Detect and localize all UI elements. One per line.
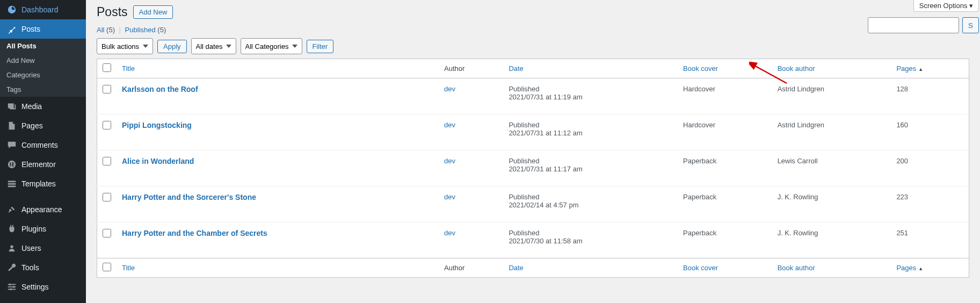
sidebar-item-elementor[interactable]: Elementor [0, 155, 86, 174]
pages-icon [6, 120, 17, 131]
colf-title[interactable]: Title [117, 258, 439, 278]
sidebar-label-posts: Posts [21, 25, 40, 33]
svg-point-10 [13, 286, 15, 288]
colf-book-cover[interactable]: Book cover [678, 258, 772, 278]
filter-count-published: (5) [157, 26, 166, 34]
cell-book-author: Lewis Carroll [772, 150, 891, 186]
submenu-item-tags[interactable]: Tags [0, 82, 86, 97]
cell-date: Published2021/07/31 at 11:19 am [503, 78, 678, 114]
colf-book-author[interactable]: Book author [772, 258, 891, 278]
sidebar-item-settings[interactable]: Settings [0, 277, 86, 297]
screen-options-button[interactable]: Screen Options ▾ [913, 0, 979, 12]
sidebar-item-users[interactable]: Users [0, 239, 86, 258]
search-button[interactable]: S [962, 17, 979, 33]
cell-date: Published2021/02/14 at 4:57 pm [503, 186, 678, 222]
filter-count-all: (5) [106, 26, 115, 34]
col-title[interactable]: Title [117, 59, 439, 78]
sidebar-item-tools[interactable]: Tools [0, 258, 86, 277]
users-icon [6, 243, 17, 254]
row-checkbox[interactable] [103, 193, 111, 201]
post-title-link[interactable]: Harry Potter and the Chamber of Secrets [122, 229, 267, 237]
submenu-item-categories[interactable]: Categories [0, 68, 86, 82]
submenu-item-add-new[interactable]: Add New [0, 53, 86, 68]
svg-rect-2 [12, 162, 14, 163]
post-title-link[interactable]: Alice in Wonderland [122, 157, 194, 165]
submenu-item-all-posts[interactable]: All Posts [0, 39, 86, 53]
status-filters: All (5) | Published (5) [97, 26, 969, 34]
author-link[interactable]: dev [444, 157, 455, 165]
row-checkbox[interactable] [103, 85, 111, 93]
cell-date: Published2021/07/31 at 11:17 am [503, 150, 678, 186]
add-new-button[interactable]: Add New [133, 5, 173, 19]
cell-book-cover: Paperback [678, 150, 772, 186]
cell-book-cover: Hardcover [678, 78, 772, 114]
cell-book-author: J. K. Rowling [772, 222, 891, 258]
sidebar-label-tools: Tools [21, 263, 39, 272]
plugins-icon [6, 223, 17, 234]
colf-pages[interactable]: Pages▲ [891, 258, 969, 278]
row-checkbox[interactable] [103, 229, 111, 237]
sidebar-item-dashboard[interactable]: Dashboard [0, 0, 86, 19]
sidebar-label-users: Users [21, 244, 41, 252]
appearance-icon [6, 204, 17, 215]
table-row: Alice in WonderlanddevPublished2021/07/3… [97, 150, 969, 186]
bulk-actions-select[interactable]: Bulk actions [97, 38, 153, 54]
filter-link-all[interactable]: All [97, 26, 104, 34]
sidebar-item-plugins[interactable]: Plugins [0, 219, 86, 239]
sidebar-item-posts[interactable]: Posts [0, 19, 86, 39]
cell-pages: 160 [891, 114, 969, 150]
post-title-link[interactable]: Karlsson on the Roof [122, 85, 198, 93]
sort-asc-icon: ▲ [918, 67, 923, 72]
cell-book-author: Astrid Lindgren [772, 78, 891, 114]
author-link[interactable]: dev [444, 229, 455, 237]
cell-pages: 200 [891, 150, 969, 186]
row-checkbox[interactable] [103, 121, 111, 129]
row-checkbox[interactable] [103, 157, 111, 165]
col-pages[interactable]: Pages▲ [891, 59, 969, 78]
post-title-link[interactable]: Harry Potter and the Sorcerer's Stone [122, 193, 256, 201]
col-book-author[interactable]: Book author [772, 59, 891, 78]
select-all-checkbox[interactable] [103, 63, 111, 72]
sidebar-item-pages[interactable]: Pages [0, 116, 86, 135]
table-row: Harry Potter and the Chamber of Secretsd… [97, 222, 969, 258]
sidebar-item-comments[interactable]: Comments [0, 135, 86, 155]
elementor-icon [6, 159, 17, 170]
select-all-checkbox-foot[interactable] [103, 263, 111, 271]
admin-sidebar: Dashboard Posts All Posts Add New Catego… [0, 0, 86, 303]
svg-rect-3 [12, 164, 14, 165]
author-link[interactable]: dev [444, 193, 455, 201]
table-row: Harry Potter and the Sorcerer's Stonedev… [97, 186, 969, 222]
categories-select[interactable]: All Categories [241, 38, 302, 54]
svg-point-5 [10, 246, 13, 248]
post-title-link[interactable]: Pippi Longstocking [122, 121, 192, 129]
sidebar-label-dashboard: Dashboard [21, 5, 59, 14]
settings-icon [6, 282, 17, 292]
col-book-cover[interactable]: Book cover [678, 59, 772, 78]
colf-date[interactable]: Date [503, 258, 678, 278]
sidebar-label-settings: Settings [21, 283, 49, 291]
colf-author: Author [439, 258, 503, 278]
tablenav-top: Bulk actions Apply All dates All Categor… [97, 38, 969, 54]
sidebar-label-media: Media [21, 102, 42, 111]
sidebar-item-templates[interactable]: Templates [0, 174, 86, 193]
search-input[interactable] [868, 17, 959, 33]
sidebar-item-media[interactable]: Media [0, 97, 86, 116]
cell-book-author: J. K. Rowling [772, 186, 891, 222]
col-date[interactable]: Date [503, 59, 678, 78]
dashboard-icon [6, 4, 17, 15]
cell-pages: 128 [891, 78, 969, 114]
sidebar-label-comments: Comments [21, 141, 58, 149]
sidebar-label-elementor: Elementor [21, 160, 56, 169]
cell-date: Published2021/07/31 at 11:12 am [503, 114, 678, 150]
sidebar-item-appearance[interactable]: Appearance [0, 200, 86, 219]
author-link[interactable]: dev [444, 121, 455, 129]
dates-select[interactable]: All dates [191, 38, 236, 54]
svg-rect-4 [12, 165, 14, 167]
author-link[interactable]: dev [444, 85, 455, 93]
sidebar-label-pages: Pages [21, 121, 43, 130]
filter-link-published[interactable]: Published [125, 26, 156, 34]
filter-button[interactable]: Filter [307, 40, 334, 53]
templates-icon [6, 178, 17, 189]
apply-button[interactable]: Apply [157, 40, 187, 53]
posts-table: Title Author Date Book cover Book author… [97, 59, 969, 278]
